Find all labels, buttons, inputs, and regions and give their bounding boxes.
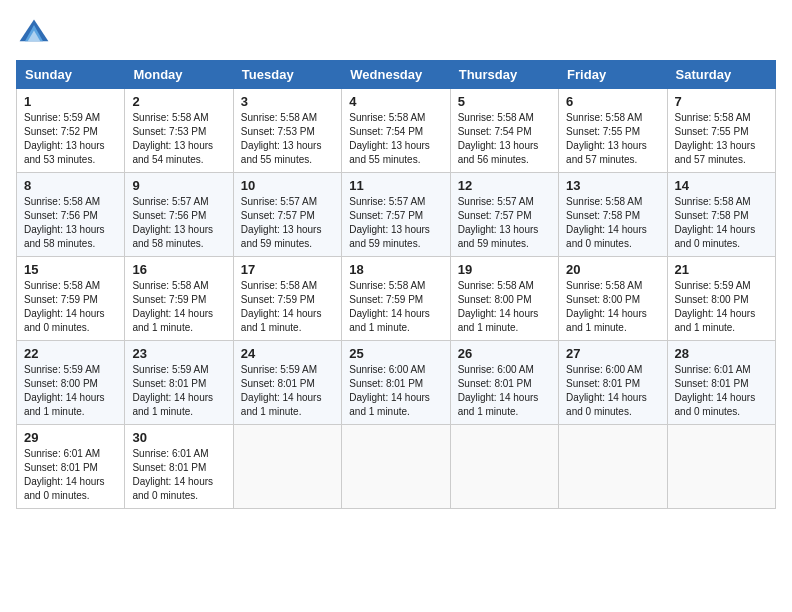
day-info: Sunrise: 5:58 AM Sunset: 7:58 PM Dayligh…	[675, 195, 768, 251]
calendar-cell: 7Sunrise: 5:58 AM Sunset: 7:55 PM Daylig…	[667, 89, 775, 173]
day-info: Sunrise: 6:01 AM Sunset: 8:01 PM Dayligh…	[24, 447, 117, 503]
calendar-cell: 9Sunrise: 5:57 AM Sunset: 7:56 PM Daylig…	[125, 173, 233, 257]
calendar-cell: 15Sunrise: 5:58 AM Sunset: 7:59 PM Dayli…	[17, 257, 125, 341]
calendar-cell: 24Sunrise: 5:59 AM Sunset: 8:01 PM Dayli…	[233, 341, 341, 425]
calendar-cell: 19Sunrise: 5:58 AM Sunset: 8:00 PM Dayli…	[450, 257, 558, 341]
day-number: 7	[675, 94, 768, 109]
day-info: Sunrise: 5:57 AM Sunset: 7:57 PM Dayligh…	[241, 195, 334, 251]
calendar-cell: 4Sunrise: 5:58 AM Sunset: 7:54 PM Daylig…	[342, 89, 450, 173]
calendar-cell: 20Sunrise: 5:58 AM Sunset: 8:00 PM Dayli…	[559, 257, 667, 341]
day-number: 30	[132, 430, 225, 445]
day-info: Sunrise: 5:57 AM Sunset: 7:57 PM Dayligh…	[349, 195, 442, 251]
day-info: Sunrise: 5:58 AM Sunset: 7:54 PM Dayligh…	[458, 111, 551, 167]
weekday-header: Tuesday	[233, 61, 341, 89]
day-info: Sunrise: 5:59 AM Sunset: 7:52 PM Dayligh…	[24, 111, 117, 167]
calendar-cell: 6Sunrise: 5:58 AM Sunset: 7:55 PM Daylig…	[559, 89, 667, 173]
calendar-header-row: SundayMondayTuesdayWednesdayThursdayFrid…	[17, 61, 776, 89]
day-info: Sunrise: 5:58 AM Sunset: 8:00 PM Dayligh…	[458, 279, 551, 335]
calendar-cell: 23Sunrise: 5:59 AM Sunset: 8:01 PM Dayli…	[125, 341, 233, 425]
day-info: Sunrise: 5:58 AM Sunset: 8:00 PM Dayligh…	[566, 279, 659, 335]
calendar-week-row: 22Sunrise: 5:59 AM Sunset: 8:00 PM Dayli…	[17, 341, 776, 425]
calendar: SundayMondayTuesdayWednesdayThursdayFrid…	[16, 60, 776, 509]
logo	[16, 16, 56, 52]
day-number: 27	[566, 346, 659, 361]
day-number: 11	[349, 178, 442, 193]
day-number: 17	[241, 262, 334, 277]
day-number: 23	[132, 346, 225, 361]
day-number: 5	[458, 94, 551, 109]
calendar-cell: 8Sunrise: 5:58 AM Sunset: 7:56 PM Daylig…	[17, 173, 125, 257]
day-number: 6	[566, 94, 659, 109]
calendar-cell: 29Sunrise: 6:01 AM Sunset: 8:01 PM Dayli…	[17, 425, 125, 509]
calendar-week-row: 15Sunrise: 5:58 AM Sunset: 7:59 PM Dayli…	[17, 257, 776, 341]
day-info: Sunrise: 5:58 AM Sunset: 7:56 PM Dayligh…	[24, 195, 117, 251]
calendar-cell	[559, 425, 667, 509]
weekday-header: Wednesday	[342, 61, 450, 89]
calendar-cell: 11Sunrise: 5:57 AM Sunset: 7:57 PM Dayli…	[342, 173, 450, 257]
day-number: 22	[24, 346, 117, 361]
day-number: 15	[24, 262, 117, 277]
day-number: 28	[675, 346, 768, 361]
logo-icon	[16, 16, 52, 52]
day-number: 25	[349, 346, 442, 361]
calendar-cell: 1Sunrise: 5:59 AM Sunset: 7:52 PM Daylig…	[17, 89, 125, 173]
calendar-cell: 12Sunrise: 5:57 AM Sunset: 7:57 PM Dayli…	[450, 173, 558, 257]
calendar-cell: 26Sunrise: 6:00 AM Sunset: 8:01 PM Dayli…	[450, 341, 558, 425]
day-info: Sunrise: 5:58 AM Sunset: 7:54 PM Dayligh…	[349, 111, 442, 167]
day-info: Sunrise: 5:58 AM Sunset: 7:59 PM Dayligh…	[24, 279, 117, 335]
day-number: 16	[132, 262, 225, 277]
day-info: Sunrise: 6:01 AM Sunset: 8:01 PM Dayligh…	[132, 447, 225, 503]
calendar-cell	[233, 425, 341, 509]
calendar-cell: 28Sunrise: 6:01 AM Sunset: 8:01 PM Dayli…	[667, 341, 775, 425]
calendar-week-row: 29Sunrise: 6:01 AM Sunset: 8:01 PM Dayli…	[17, 425, 776, 509]
day-info: Sunrise: 5:57 AM Sunset: 7:56 PM Dayligh…	[132, 195, 225, 251]
calendar-cell	[667, 425, 775, 509]
day-number: 24	[241, 346, 334, 361]
day-number: 21	[675, 262, 768, 277]
day-info: Sunrise: 5:58 AM Sunset: 7:55 PM Dayligh…	[566, 111, 659, 167]
header	[16, 16, 776, 52]
day-number: 12	[458, 178, 551, 193]
day-info: Sunrise: 5:59 AM Sunset: 8:00 PM Dayligh…	[24, 363, 117, 419]
calendar-cell	[342, 425, 450, 509]
weekday-header: Monday	[125, 61, 233, 89]
calendar-cell: 17Sunrise: 5:58 AM Sunset: 7:59 PM Dayli…	[233, 257, 341, 341]
day-info: Sunrise: 5:58 AM Sunset: 7:59 PM Dayligh…	[132, 279, 225, 335]
calendar-cell: 10Sunrise: 5:57 AM Sunset: 7:57 PM Dayli…	[233, 173, 341, 257]
weekday-header: Sunday	[17, 61, 125, 89]
day-number: 8	[24, 178, 117, 193]
calendar-cell: 14Sunrise: 5:58 AM Sunset: 7:58 PM Dayli…	[667, 173, 775, 257]
day-info: Sunrise: 5:59 AM Sunset: 8:00 PM Dayligh…	[675, 279, 768, 335]
day-number: 9	[132, 178, 225, 193]
day-number: 3	[241, 94, 334, 109]
calendar-cell: 13Sunrise: 5:58 AM Sunset: 7:58 PM Dayli…	[559, 173, 667, 257]
day-info: Sunrise: 5:59 AM Sunset: 8:01 PM Dayligh…	[241, 363, 334, 419]
day-info: Sunrise: 6:01 AM Sunset: 8:01 PM Dayligh…	[675, 363, 768, 419]
calendar-cell: 27Sunrise: 6:00 AM Sunset: 8:01 PM Dayli…	[559, 341, 667, 425]
weekday-header: Friday	[559, 61, 667, 89]
day-info: Sunrise: 5:58 AM Sunset: 7:59 PM Dayligh…	[241, 279, 334, 335]
day-number: 10	[241, 178, 334, 193]
day-number: 29	[24, 430, 117, 445]
day-info: Sunrise: 5:58 AM Sunset: 7:55 PM Dayligh…	[675, 111, 768, 167]
day-number: 4	[349, 94, 442, 109]
day-number: 26	[458, 346, 551, 361]
day-info: Sunrise: 5:57 AM Sunset: 7:57 PM Dayligh…	[458, 195, 551, 251]
calendar-cell	[450, 425, 558, 509]
calendar-cell: 30Sunrise: 6:01 AM Sunset: 8:01 PM Dayli…	[125, 425, 233, 509]
calendar-cell: 3Sunrise: 5:58 AM Sunset: 7:53 PM Daylig…	[233, 89, 341, 173]
day-info: Sunrise: 5:58 AM Sunset: 7:58 PM Dayligh…	[566, 195, 659, 251]
calendar-cell: 21Sunrise: 5:59 AM Sunset: 8:00 PM Dayli…	[667, 257, 775, 341]
calendar-cell: 16Sunrise: 5:58 AM Sunset: 7:59 PM Dayli…	[125, 257, 233, 341]
day-number: 19	[458, 262, 551, 277]
weekday-header: Saturday	[667, 61, 775, 89]
day-number: 1	[24, 94, 117, 109]
day-info: Sunrise: 5:58 AM Sunset: 7:53 PM Dayligh…	[132, 111, 225, 167]
day-info: Sunrise: 6:00 AM Sunset: 8:01 PM Dayligh…	[349, 363, 442, 419]
calendar-cell: 22Sunrise: 5:59 AM Sunset: 8:00 PM Dayli…	[17, 341, 125, 425]
calendar-week-row: 8Sunrise: 5:58 AM Sunset: 7:56 PM Daylig…	[17, 173, 776, 257]
day-info: Sunrise: 5:58 AM Sunset: 7:59 PM Dayligh…	[349, 279, 442, 335]
day-info: Sunrise: 6:00 AM Sunset: 8:01 PM Dayligh…	[458, 363, 551, 419]
calendar-cell: 2Sunrise: 5:58 AM Sunset: 7:53 PM Daylig…	[125, 89, 233, 173]
calendar-week-row: 1Sunrise: 5:59 AM Sunset: 7:52 PM Daylig…	[17, 89, 776, 173]
